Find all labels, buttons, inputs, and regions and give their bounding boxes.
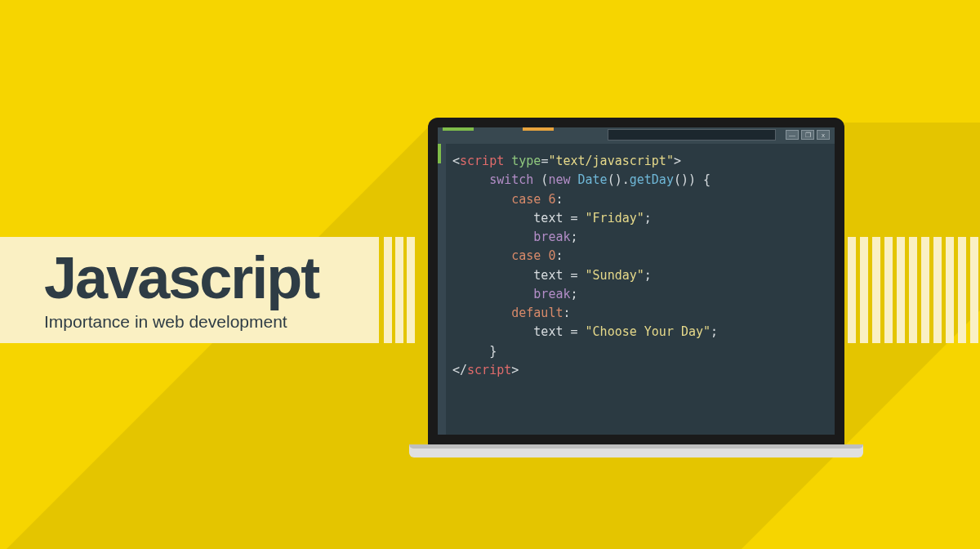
laptop-bezel: — ❐ x <script type="text/javascript"> sw… <box>428 118 844 444</box>
tab-indicator-active <box>443 127 474 131</box>
editor-address-bar <box>608 129 776 141</box>
editor-gutter <box>438 144 446 435</box>
maximize-button[interactable]: ❐ <box>801 130 814 140</box>
gutter-marker <box>438 144 441 163</box>
code-content: <script type="text/javascript"> switch (… <box>452 152 826 380</box>
close-button[interactable]: x <box>817 130 830 140</box>
minimize-button[interactable]: — <box>786 130 799 140</box>
page-title: Javascript <box>44 248 379 307</box>
laptop-illustration: — ❐ x <script type="text/javascript"> sw… <box>428 118 844 458</box>
decorative-bars-left <box>384 237 415 343</box>
decorative-bars-right <box>848 237 978 343</box>
laptop-base <box>409 444 863 458</box>
title-band: Javascript Importance in web development <box>0 237 379 343</box>
page-subtitle: Importance in web development <box>44 312 379 332</box>
tab-indicator-modified <box>523 127 554 131</box>
code-editor-screen: — ❐ x <script type="text/javascript"> sw… <box>438 127 835 435</box>
editor-titlebar: — ❐ x <box>438 127 835 144</box>
